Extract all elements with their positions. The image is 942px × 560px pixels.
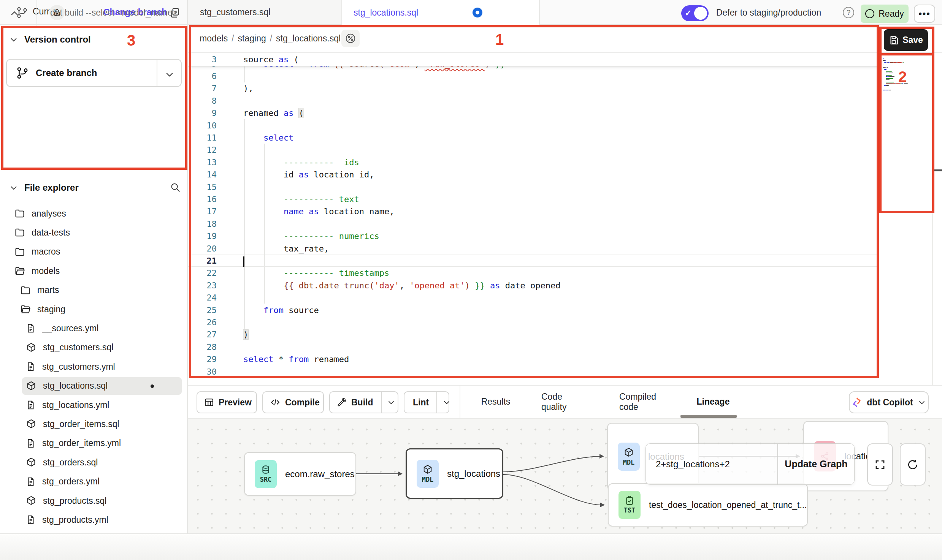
badge-label: MDL [422,476,434,483]
folder-open-icon [20,304,31,315]
status-circle-icon [865,9,874,18]
cube-icon [26,381,36,391]
file-name: marts [37,285,59,295]
file-tree-item-stg-orders-sql[interactable]: stg_orders.sql [0,453,187,472]
line-number: 20 [188,244,217,253]
code-line-14: 14 id as location_id, [188,168,879,181]
code-content: ), [217,84,254,93]
file-explorer-header[interactable]: File explorer [9,182,79,193]
compile-button[interactable]: Compile [262,391,324,413]
file-name: stg_customers.sql [43,342,113,353]
save-button[interactable]: Save [884,29,928,51]
fullscreen-button[interactable] [867,443,893,486]
chevron-down-icon[interactable] [381,392,401,413]
file-tree-item-models[interactable]: models [0,261,187,280]
code-line-6: 6 [188,70,879,82]
line-number: 19 [188,231,217,241]
breadcrumb-part[interactable]: models [200,33,228,43]
badge-label: TST [624,506,636,514]
file-tree-item-macros[interactable]: macros [0,242,187,261]
code-content: select * from renamed [217,354,349,364]
file-tree-item-stg-customers-sql[interactable]: stg_customers.sql [0,338,187,357]
code-line-10: 10 [188,119,879,132]
line-number: 18 [188,219,217,229]
file-tree-item-stg-order-items-yml[interactable]: stg_order_items.yml [0,434,187,453]
folder-icon [14,208,25,219]
panel-tab-compiled-code[interactable]: Compiled code [619,386,676,418]
file-tree-item-data-tests[interactable]: data-tests [0,223,187,242]
code-line-24: 24 [188,291,879,304]
build-button[interactable]: Build [329,391,398,413]
file-tree-item-stg-customers-yml[interactable]: stg_customers.yml [0,357,187,376]
line-number: 24 [188,293,217,302]
code-line-16: 16 ---------- text [188,193,879,206]
panel-tab-lineage[interactable]: Lineage [698,386,728,418]
overview-ruler[interactable] [932,53,942,385]
chevron-down-icon [9,35,18,44]
chevron-down-icon[interactable] [165,70,174,79]
line-number: 17 [188,207,217,216]
file-tree-item-stg-orders-yml[interactable]: stg_orders.yml [0,472,187,491]
file-name: stg_order_items.sql [43,419,119,429]
defer-toggle[interactable]: ✓ [681,5,709,21]
help-icon[interactable]: ? [843,7,854,18]
resource-info-icon[interactable] [341,30,360,47]
line-number: 3 [188,55,217,64]
line-number: 9 [188,108,217,118]
clipboard-icon [625,496,634,506]
file-tree-item-stg-locations-sql[interactable]: stg_locations.sql [0,376,187,395]
command-input[interactable]: dbt build --select <model_name> [50,8,178,18]
chevron-down-icon[interactable] [436,392,456,413]
dbt-copilot-button[interactable]: dbt Copilot [849,391,929,413]
file-tree-item-stg-products-sql[interactable]: stg_products.sql [0,491,187,510]
lineage-node-stg_locations[interactable]: MDLstg_locations [406,448,503,499]
refresh-button[interactable] [900,443,926,486]
tab-stg-customers[interactable]: stg_customers.sql [188,0,342,24]
file-tree-item-stg-products-yml[interactable]: stg_products.yml [0,510,187,529]
line-number: 7 [188,84,217,93]
code-line-29: 29select * from renamed [188,353,879,365]
version-control-header[interactable]: Version control [9,34,91,45]
create-branch-button[interactable]: Create branch [6,59,182,87]
file-tree-item-stg-order-items-sql[interactable]: stg_order_items.sql [0,414,187,433]
breadcrumb-row: models/staging/stg_locations.sql [188,25,942,53]
code-content: source as ( [217,55,299,64]
editor-minimap[interactable] [883,58,931,92]
MDL-badge: MDL [417,460,439,488]
cube-icon [26,342,36,353]
button-label: Lint [404,397,436,408]
code-line-21: 21 [188,255,879,267]
line-number: 12 [188,145,217,155]
check-icon: ✓ [685,8,691,18]
breadcrumb-part[interactable]: stg_locations.sql [276,33,341,43]
status-ready-badge[interactable]: Ready [861,5,909,23]
graph-selector-input[interactable]: 2+stg_locations+2 [646,459,777,470]
doc-icon [26,323,36,333]
tab-stg-locations[interactable]: stg_locations.sql [342,0,540,25]
doc-icon [26,438,36,448]
more-options-button[interactable]: ••• [914,5,935,23]
code-line-25: 25 from source [188,304,879,316]
chevron-up-icon[interactable] [9,9,20,18]
file-tree-item--sources-yml[interactable]: __sources.yml [0,319,187,338]
code-editor[interactable]: 5 select * from {{ source('ecom', 'raw_s… [188,53,932,385]
dbt-ide-window: Current Change branch stg_customers.sql … [0,0,942,560]
defer-label: Defer to staging/production [716,8,821,18]
panel-tab-code-quality[interactable]: Code quality [541,386,588,418]
file-name: stg_customers.yml [42,362,115,372]
panel-tab-results[interactable]: Results [481,386,511,418]
lineage-node-raw_stores[interactable]: SRCecom.raw_stores [244,452,356,496]
file-tree-item-staging[interactable]: staging [0,300,187,319]
file-tree-item-marts[interactable]: marts [0,281,187,300]
breadcrumb-part[interactable]: staging [238,33,266,43]
lineage-node-test_node[interactable]: TSTtest_does_location_opened_at_trunc_t.… [608,483,808,527]
file-name: stg_products.yml [42,515,108,525]
file-tree-item-analyses[interactable]: analyses [0,204,187,223]
code-line-15: 15 [188,181,879,193]
code-content: name as location_name, [217,207,394,216]
preview-button[interactable]: Preview [197,391,257,413]
update-graph-button[interactable]: Update Graph [778,459,854,470]
lint-button[interactable]: Lint [404,391,449,413]
file-tree-item-stg-locations-yml[interactable]: stg_locations.yml [0,395,187,414]
search-icon[interactable] [170,182,181,193]
